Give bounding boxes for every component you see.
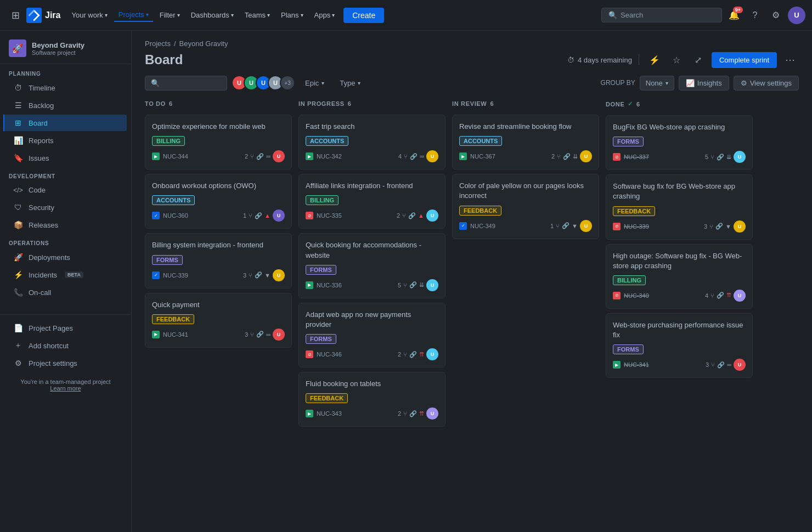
count-icon: 2 xyxy=(245,153,248,160)
nav-filter[interactable]: Filter▾ xyxy=(155,9,184,21)
sidebar-item-incidents[interactable]: ⚡ Incidents BETA xyxy=(4,267,127,283)
card-title: Color of pale yellow on our pages looks … xyxy=(459,181,592,201)
card-meta: 3⑂🔗▼ U xyxy=(243,269,285,281)
insights-button[interactable]: 📈 Insights xyxy=(679,76,729,90)
card-nuc360[interactable]: Onboard workout options (OWO) ACCOUNTS ✓… xyxy=(145,174,292,229)
card-nuc335[interactable]: Affiliate links integration - frontend B… xyxy=(298,174,446,229)
sidebar-item-project-pages[interactable]: 📄 Project Pages xyxy=(4,320,127,336)
sidebar-item-board[interactable]: ⊞ Board xyxy=(3,115,127,131)
card-nuc341-done[interactable]: Web-store purchasing performance issue f… xyxy=(606,313,753,378)
card-nuc346[interactable]: Adapt web app no new payments provider F… xyxy=(298,303,446,367)
nav-dashboards[interactable]: Dashboards▾ xyxy=(187,9,238,21)
card-avatar: U xyxy=(273,329,285,341)
avatar-more[interactable]: +3 xyxy=(280,75,295,90)
card-nuc337[interactable]: BugFix BG Web-store app crashing FORMS ⊘… xyxy=(606,115,753,170)
card-tag: ACCOUNTS xyxy=(306,136,348,146)
nav-apps[interactable]: Apps▾ xyxy=(310,9,340,21)
add-shortcut-icon: ＋ xyxy=(13,341,23,350)
card-meta: 3⑂🔗═ U xyxy=(245,329,285,341)
card-meta: 2 ⑂ 🔗 ═ U xyxy=(245,150,285,162)
sidebar-item-project-settings[interactable]: ⚙ Project settings xyxy=(4,355,127,371)
complete-sprint-button[interactable]: Complete sprint xyxy=(712,52,777,68)
card-avatar: U xyxy=(273,150,285,162)
type-filter-button[interactable]: Type▾ xyxy=(334,76,366,90)
more-options-button[interactable]: ⋯ xyxy=(781,51,799,69)
card-footer: ⊘ NUC-335 2⑂🔗▲ U xyxy=(306,210,438,222)
card-nuc339[interactable]: Billing system integration - frontend FO… xyxy=(145,233,292,288)
jira-logo[interactable]: Jira xyxy=(26,8,60,23)
sprint-info: ⏱ 4 days remaining xyxy=(567,56,632,64)
issue-icon-bug: ⊘ xyxy=(613,153,621,161)
column-header-inreview: IN REVIEW 6 xyxy=(452,97,599,110)
backlog-icon: ☰ xyxy=(13,101,23,110)
sidebar-item-security[interactable]: 🛡 Security xyxy=(4,199,127,216)
column-header-todo: TO DO 6 xyxy=(145,97,292,110)
card-nuc342[interactable]: Fast trip search ACCOUNTS ▶ NUC-342 4⑂🔗═… xyxy=(298,115,446,169)
sidebar-item-timeline[interactable]: ⏱ Timeline xyxy=(4,80,127,96)
card-nuc343[interactable]: Fluid booking on tablets FEEDBACK ▶ NUC-… xyxy=(298,372,446,427)
issue-icon-story: ▶ xyxy=(306,281,313,289)
sidebar-item-releases[interactable]: 📦 Releases xyxy=(4,217,127,233)
board-columns: TO DO 6 Optimize experience for mobile w… xyxy=(132,97,812,532)
view-settings-button[interactable]: ⚙ View settings xyxy=(734,76,799,90)
apps-grid-icon[interactable]: ⊞ xyxy=(7,7,24,24)
card-footer: ▶ NUC-341 3⑂🔗═ U xyxy=(613,359,746,371)
card-avatar: U xyxy=(273,269,285,281)
column-header-inprogress: IN PROGRESS 6 xyxy=(298,97,446,110)
card-tag-forms: FORMS xyxy=(152,255,183,265)
issue-id: NUC-339 xyxy=(163,272,188,279)
issue-id: NUC-344 xyxy=(163,153,188,160)
sidebar-item-reports[interactable]: 📊 Reports xyxy=(4,132,127,149)
todo-title: TO DO xyxy=(145,100,166,107)
sidebar-item-backlog[interactable]: ☰ Backlog xyxy=(4,97,127,114)
lightning-button[interactable]: ⚡ xyxy=(646,51,663,69)
notifications-button[interactable]: 🔔 9+ xyxy=(725,7,743,24)
create-button[interactable]: Create xyxy=(343,8,384,23)
card-footer: ▶ NUC-342 4⑂🔗═ U xyxy=(306,150,438,162)
issue-icon-bug: ⊘ xyxy=(306,350,313,358)
card-nuc340[interactable]: High outage: Software bug fix - BG Web-s… xyxy=(606,244,753,309)
nav-teams[interactable]: Teams▾ xyxy=(240,9,274,21)
star-button[interactable]: ☆ xyxy=(668,51,685,69)
sidebar-item-oncall[interactable]: 📞 On-call xyxy=(4,284,127,301)
card-nuc339-done[interactable]: Software bug fix for BG Web-store app cr… xyxy=(606,174,753,239)
sidebar-item-label: Code xyxy=(29,186,46,194)
card-nuc349[interactable]: Color of pale yellow on our pages looks … xyxy=(452,174,599,239)
sidebar-item-deployments[interactable]: 🚀 Deployments xyxy=(4,249,127,265)
settings-button[interactable]: ⚙ xyxy=(767,7,785,24)
card-footer: ⊘ NUC-337 5⑂🔗⇊ U xyxy=(613,151,746,163)
sidebar-item-add-shortcut[interactable]: ＋ Add shortcut xyxy=(4,337,127,354)
nav-projects[interactable]: Projects▾ xyxy=(114,8,153,22)
sidebar-item-label: Incidents xyxy=(29,271,57,279)
sidebar-footer-link[interactable]: Learn more xyxy=(50,385,81,392)
column-done: DONE ✓ 6 BugFix BG Web-store app crashin… xyxy=(606,97,753,519)
card-nuc336[interactable]: Quick booking for accommodations - websi… xyxy=(298,233,446,298)
card-tag-billing: BILLING xyxy=(152,136,185,146)
sidebar-item-issues[interactable]: 🔖 Issues xyxy=(4,150,127,166)
search-box[interactable]: 🔍 Search xyxy=(601,8,722,22)
help-button[interactable]: ? xyxy=(746,7,764,24)
topnav: ⊞ Jira Your work▾ Projects▾ Filter▾ Dash… xyxy=(0,0,812,31)
nav-plans[interactable]: Plans▾ xyxy=(277,9,308,21)
card-title: Affiliate links integration - frontend xyxy=(306,181,438,191)
project-type: Software project xyxy=(32,49,84,56)
user-avatar[interactable]: U xyxy=(788,7,805,24)
sidebar-item-label: On-call xyxy=(29,288,51,297)
card-meta: 1⑂🔗▲ U xyxy=(243,210,285,222)
nav-your-work[interactable]: Your work▾ xyxy=(67,9,111,21)
fullscreen-button[interactable]: ⤢ xyxy=(690,51,707,69)
card-nuc344[interactable]: Optimize experience for mobile web BILLI… xyxy=(145,115,292,169)
beta-badge: BETA xyxy=(65,271,83,278)
groupby-select[interactable]: None▾ xyxy=(640,76,674,90)
breadcrumb-project[interactable]: Beyond Gravity xyxy=(179,39,228,48)
sidebar-item-label: Board xyxy=(29,119,48,127)
board-search[interactable]: 🔍 xyxy=(145,76,227,90)
card-nuc341[interactable]: Quick payment FEEDBACK ▶ NUC-341 3⑂🔗═ U xyxy=(145,293,292,348)
breadcrumb-projects[interactable]: Projects xyxy=(145,39,171,48)
page-title: Board xyxy=(145,52,183,67)
card-title: Quick payment xyxy=(152,300,285,310)
sidebar-item-code[interactable]: </> Code xyxy=(4,182,127,198)
epic-filter-button[interactable]: Epic▾ xyxy=(300,76,330,90)
card-title: Optimize experience for mobile web xyxy=(152,122,285,132)
card-nuc367[interactable]: Revise and streamline booking flow ACCOU… xyxy=(452,115,599,169)
